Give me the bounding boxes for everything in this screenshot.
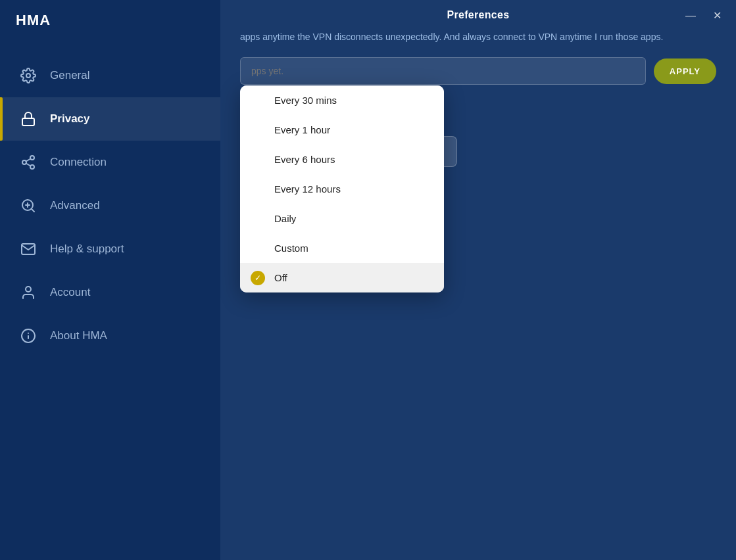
option-30mins-label: Every 30 mins: [274, 95, 337, 106]
help-icon: [18, 239, 38, 259]
sidebar-item-advanced[interactable]: Advanced: [0, 184, 220, 227]
option-6hours[interactable]: Every 6 hours: [240, 145, 444, 174]
option-12hours-label: Every 12 hours: [274, 183, 341, 195]
sidebar-item-label-connection: Connection: [50, 156, 107, 169]
checkmark-icon: ✓: [251, 271, 265, 285]
sidebar-item-help[interactable]: Help & support: [0, 227, 220, 271]
sidebar-item-account[interactable]: Account: [0, 271, 220, 314]
option-30mins[interactable]: Every 30 mins: [240, 85, 444, 115]
lock-icon: [18, 109, 38, 129]
svg-line-5: [26, 164, 31, 166]
svg-line-8: [32, 209, 34, 212]
option-6hours-label: Every 6 hours: [274, 154, 335, 165]
account-icon: [18, 283, 38, 302]
option-off-label: Off: [274, 272, 287, 283]
sidebar-item-connection[interactable]: Connection: [0, 141, 220, 184]
svg-line-6: [26, 159, 31, 162]
dialog-controls: — ✕: [681, 8, 725, 23]
dialog-titlebar: Preferences — ✕: [220, 0, 736, 30]
option-1hour[interactable]: Every 1 hour: [240, 115, 444, 145]
option-daily-label: Daily: [274, 213, 296, 224]
option-1hour-label: Every 1 hour: [274, 124, 330, 135]
option-custom[interactable]: Custom: [240, 233, 444, 263]
dropdown-popup: Every 30 mins Every 1 hour Every 6 hours…: [240, 85, 444, 292]
sidebar: HMA General Privacy Co: [0, 0, 220, 560]
sidebar-item-label-general: General: [50, 69, 89, 82]
svg-point-0: [26, 74, 30, 78]
sidebar-item-about[interactable]: About HMA: [0, 314, 220, 358]
close-button[interactable]: ✕: [709, 8, 725, 23]
sidebar-nav: General Privacy Connection: [0, 54, 220, 560]
sidebar-item-label-privacy: Privacy: [50, 112, 90, 126]
sidebar-item-label-about: About HMA: [50, 329, 107, 342]
sidebar-item-label-help: Help & support: [50, 243, 124, 256]
option-daily[interactable]: Daily: [240, 204, 444, 233]
app-input-row: APPLY: [240, 57, 716, 85]
dialog-title: Preferences: [447, 9, 510, 21]
sidebar-item-label-account: Account: [50, 286, 90, 299]
app-logo: HMA: [0, 0, 220, 41]
minimize-button[interactable]: —: [681, 8, 700, 23]
apply-button[interactable]: APPLY: [654, 58, 716, 84]
option-off[interactable]: ✓ Off: [240, 263, 444, 292]
option-12hours[interactable]: Every 12 hours: [240, 174, 444, 204]
gear-icon: [18, 66, 38, 85]
connection-icon: [18, 152, 38, 172]
sidebar-item-label-advanced: Advanced: [50, 199, 100, 212]
main-content: Preferences — ✕ apps anytime the VPN dis…: [220, 0, 736, 560]
info-icon: [18, 326, 38, 346]
content-subtitle: apps anytime the VPN disconnects unexpec…: [240, 30, 716, 44]
app-input[interactable]: [240, 57, 646, 85]
advanced-icon: [18, 196, 38, 216]
option-custom-label: Custom: [274, 243, 308, 254]
sidebar-item-general[interactable]: General: [0, 54, 220, 97]
sidebar-item-privacy[interactable]: Privacy: [0, 97, 220, 141]
svg-rect-1: [22, 118, 34, 126]
svg-point-11: [26, 287, 31, 292]
